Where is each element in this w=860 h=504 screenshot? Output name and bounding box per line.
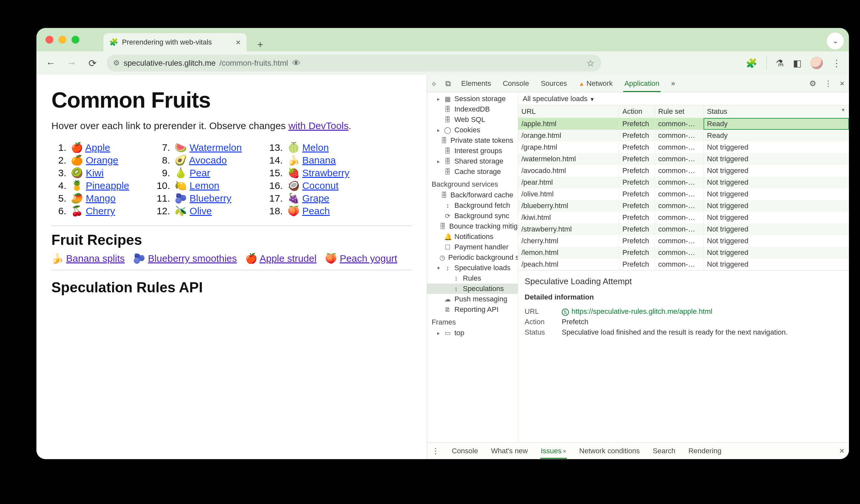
tab-application[interactable]: Application <box>623 75 661 92</box>
fruit-link[interactable]: Orange <box>86 155 118 165</box>
th-status[interactable]: Status▼ <box>704 105 849 118</box>
recipe-link[interactable]: Apple strudel <box>260 253 316 264</box>
lead-link[interactable]: with DevTools <box>288 120 349 131</box>
table-row[interactable]: /lemon.htmlPrefetchcommon-…Not triggered <box>518 247 849 259</box>
sidebar-item[interactable]: ▸▭top <box>427 328 518 338</box>
close-devtools-icon[interactable]: × <box>840 79 844 88</box>
back-button[interactable]: ← <box>44 57 57 70</box>
fruit-link[interactable]: Peach <box>302 205 330 216</box>
forward-button[interactable]: → <box>65 57 78 70</box>
th-ruleset[interactable]: Rule set <box>655 105 704 118</box>
recipe-link[interactable]: Banana splits <box>66 253 125 264</box>
profile-avatar[interactable] <box>811 57 823 69</box>
fruit-link[interactable]: Olive <box>190 205 212 216</box>
sidebar-item[interactable]: ☐Payment handler <box>427 242 518 252</box>
fruit-link[interactable]: Coconut <box>302 180 339 191</box>
gear-icon[interactable]: ⚙ <box>809 79 816 88</box>
sidebar-item[interactable]: 🗄Bounce tracking mitigation <box>427 221 518 231</box>
table-row[interactable]: /watermelon.htmlPrefetchcommon-…Not trig… <box>518 153 849 165</box>
sidebar-item[interactable]: ☁Push messaging <box>427 294 518 304</box>
new-tab-button[interactable]: ＋ <box>253 37 267 52</box>
sidebar-item[interactable]: ↕Speculations <box>427 284 518 294</box>
fruit-link[interactable]: Kiwi <box>86 168 104 178</box>
kebab-menu-icon[interactable]: ⋮ <box>832 58 841 69</box>
table-row[interactable]: /orange.htmlPrefetchcommon-…Ready <box>518 130 849 142</box>
tabs-overflow-button[interactable]: ⌄ <box>827 32 844 49</box>
bookmark-star-icon[interactable]: ☆ <box>586 58 594 69</box>
drawer-tab-whatsnew[interactable]: What's new <box>490 444 529 459</box>
sidebar-item[interactable]: ⟳Background sync <box>427 211 518 221</box>
tab-elements[interactable]: Elements <box>460 75 492 92</box>
fruit-link[interactable]: Blueberry <box>190 193 231 204</box>
labs-icon[interactable]: ⚗ <box>776 58 784 69</box>
filter-dropdown[interactable]: All speculative loads ▼ <box>523 95 594 103</box>
extensions-icon[interactable]: 🧩 <box>746 58 757 69</box>
table-row[interactable]: /blueberry.htmlPrefetchcommon-…Not trigg… <box>518 200 849 212</box>
drawer-tab-rendering[interactable]: Rendering <box>688 444 722 459</box>
th-action[interactable]: Action <box>619 105 655 118</box>
fruit-link[interactable]: Grape <box>302 193 329 204</box>
sidebar-item[interactable]: ↕Rules <box>427 273 518 284</box>
sidebar-item[interactable]: 🗄Interest groups <box>427 146 518 156</box>
table-row[interactable]: /olive.htmlPrefetchcommon-…Not triggered <box>518 188 849 200</box>
kebab-icon[interactable]: ⋮ <box>824 79 832 88</box>
table-row[interactable]: /grape.htmlPrefetchcommon-…Not triggered <box>518 142 849 153</box>
table-row[interactable]: /apple.htmlPrefetchcommon-…Ready <box>518 118 849 130</box>
close-icon[interactable]: × <box>563 448 566 455</box>
sidebar-item[interactable]: ▸▦Session storage <box>427 93 518 104</box>
recipe-link[interactable]: Blueberry smoothies <box>148 253 237 264</box>
fruit-link[interactable]: Avocado <box>189 155 227 165</box>
inspect-icon[interactable]: ⟐ <box>432 79 436 88</box>
sidepanel-icon[interactable]: ◧ <box>793 58 801 69</box>
fruit-link[interactable]: Pear <box>190 168 210 178</box>
table-row[interactable]: /cherry.htmlPrefetchcommon-…Not triggere… <box>518 235 849 247</box>
sidebar-item[interactable]: 🗄IndexedDB <box>427 104 518 114</box>
drawer-close-icon[interactable]: × <box>840 446 844 456</box>
device-toggle-icon[interactable]: ⧉ <box>445 79 451 88</box>
sidebar-item[interactable]: 🔔Notifications <box>427 231 518 242</box>
recipe-link[interactable]: Peach yogurt <box>340 253 397 264</box>
drawer-menu-icon[interactable]: ⋮ <box>432 446 440 456</box>
detail-url-link[interactable]: ⇅https://speculative-rules.glitch.me/app… <box>562 307 712 316</box>
sidebar-item[interactable]: 🗄Private state tokens <box>427 135 518 146</box>
drawer-tab-console[interactable]: Console <box>451 444 479 459</box>
sidebar-item[interactable]: 🗄Web SQL <box>427 114 518 125</box>
fruit-link[interactable]: Pineapple <box>86 180 129 191</box>
table-row[interactable]: /pear.htmlPrefetchcommon-…Not triggered <box>518 176 849 188</box>
tab-network[interactable]: Network <box>577 75 614 92</box>
drawer-tab-netcond[interactable]: Network conditions <box>579 444 641 459</box>
sidebar-item[interactable]: ▸🗄Shared storage <box>427 156 518 167</box>
drawer-tab-search[interactable]: Search <box>652 444 676 459</box>
table-row[interactable]: /avocado.htmlPrefetchcommon-…Not trigger… <box>518 165 849 176</box>
th-url[interactable]: URL <box>518 105 619 118</box>
sidebar-item[interactable]: ↕Background fetch <box>427 200 518 211</box>
fruit-link[interactable]: Watermelon <box>190 142 242 153</box>
sidebar-item[interactable]: 🗎Reporting API <box>427 304 518 315</box>
reload-button[interactable]: ⟳ <box>86 57 99 70</box>
tab-console[interactable]: Console <box>502 75 531 92</box>
sidebar-item[interactable]: 🗄Back/forward cache <box>427 190 518 200</box>
fruit-link[interactable]: Strawberry <box>302 168 349 178</box>
omnibox[interactable]: ⚙ speculative-rules.glitch.me/common-fru… <box>107 55 601 72</box>
sidebar-item[interactable]: ▸◯Cookies <box>427 125 518 135</box>
sidebar-item[interactable]: ◷Periodic background sync <box>427 252 518 263</box>
browser-tab[interactable]: 🧩 Prerendering with web-vitals × <box>103 33 246 52</box>
fruit-link[interactable]: Apple <box>85 142 110 153</box>
table-row[interactable]: /strawberry.htmlPrefetchcommon-…Not trig… <box>518 224 849 235</box>
fullscreen-window-button[interactable] <box>72 36 80 44</box>
close-tab-icon[interactable]: × <box>236 38 241 47</box>
close-window-button[interactable] <box>45 36 53 44</box>
fruit-link[interactable]: Mango <box>86 193 116 204</box>
tab-sources[interactable]: Sources <box>539 75 568 92</box>
site-settings-icon[interactable]: ⚙ <box>113 59 120 67</box>
table-row[interactable]: /peach.htmlPrefetchcommon-…Not triggered <box>518 259 849 270</box>
minimize-window-button[interactable] <box>59 36 66 44</box>
fruit-link[interactable]: Banana <box>302 155 336 165</box>
sidebar-item-speculative-loads[interactable]: ▾ ↕ Speculative loads <box>427 263 518 273</box>
fruit-link[interactable]: Cherry <box>86 205 115 216</box>
sidebar-item[interactable]: 🗄Cache storage <box>427 167 518 177</box>
drawer-tab-issues[interactable]: Issues× <box>540 444 567 459</box>
visibility-icon[interactable]: 👁 <box>292 58 301 68</box>
table-row[interactable]: /kiwi.htmlPrefetchcommon-…Not triggered <box>518 212 849 224</box>
tab-more[interactable]: » <box>670 75 676 92</box>
